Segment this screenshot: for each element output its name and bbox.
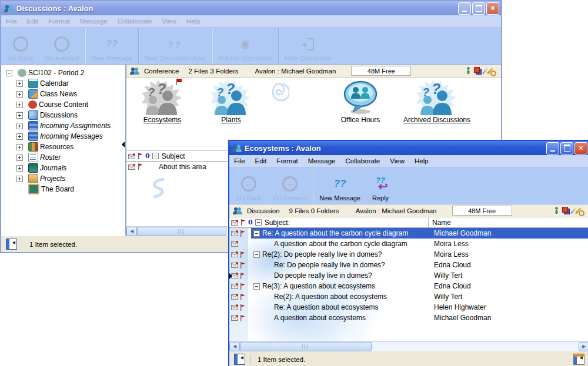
- conference-icon: [130, 67, 139, 75]
- swirl-watermark: [269, 82, 289, 102]
- ecosystems-titlebar[interactable]: Ecosystems : Avalon ×: [229, 141, 588, 155]
- minimize-button[interactable]: [546, 142, 559, 155]
- menu-item[interactable]: Edit: [255, 157, 267, 164]
- tree-item[interactable]: Projects: [1, 173, 125, 184]
- message-row[interactable]: Re(2): Do people really live in domes? M…: [229, 249, 588, 260]
- tree-item[interactable]: Incoming Assignments: [1, 120, 125, 131]
- menu-item[interactable]: File: [234, 157, 245, 164]
- toolbar-label: Hide Discussion: [285, 55, 331, 62]
- menu-item[interactable]: Message: [80, 18, 108, 25]
- horizontal-scrollbar[interactable]: ◀ ▶: [229, 341, 588, 351]
- menu-item[interactable]: Help: [415, 157, 429, 164]
- tree-item[interactable]: Calendar: [1, 78, 125, 89]
- conference-area-icon[interactable]: ? ?: [127, 80, 198, 124]
- menu-item[interactable]: File: [6, 18, 17, 25]
- toolbar-button[interactable]: Go Back: [230, 167, 267, 204]
- toolbar-button[interactable]: Reply: [366, 167, 395, 204]
- conference-area-icon[interactable]: ? ?: [196, 80, 266, 124]
- expand-box[interactable]: [16, 165, 23, 172]
- tree-item[interactable]: Course Content: [1, 99, 125, 110]
- tree-item[interactable]: Incoming Messages: [1, 131, 125, 142]
- conference-infobar: Conference 2 Files 3 Folders Avalon : Mi…: [126, 65, 501, 78]
- scroll-left-arrow[interactable]: ◀: [229, 342, 240, 351]
- tree-item-label: Journals: [40, 164, 66, 172]
- splitter-collapse-arrow[interactable]: [119, 142, 125, 147]
- expand-box[interactable]: [16, 102, 23, 108]
- message-row[interactable]: A question about the carbon cycle diagra…: [229, 239, 588, 249]
- conference-area-icon[interactable]: ? ?: [396, 80, 478, 124]
- subject-column-header[interactable]: 0 Subject:: [229, 217, 428, 227]
- expand-box[interactable]: [16, 176, 23, 182]
- tree-item[interactable]: Journals: [1, 163, 125, 173]
- expand-box[interactable]: [16, 80, 23, 87]
- folder-icon: [28, 163, 38, 173]
- maximize-button[interactable]: [472, 2, 485, 15]
- window-title: Ecosystems : Avalon: [245, 144, 321, 153]
- scrollbar-thumb[interactable]: [137, 227, 226, 236]
- toolbar-button[interactable]: New Message: [85, 28, 138, 64]
- split-view-icon[interactable]: [6, 239, 17, 250]
- scrollbar-thumb[interactable]: [240, 342, 372, 351]
- menu-item[interactable]: Format: [48, 18, 69, 25]
- message-subject: A question about the carbon cycle diagra…: [274, 240, 407, 248]
- message-row[interactable]: Re: Do people really live in domes? Edna…: [229, 260, 588, 270]
- splitter-collapse-arrow[interactable]: [229, 273, 235, 279]
- tree-item-label: Projects: [40, 174, 65, 183]
- message-row[interactable]: Re(3): A question about ecosystems Edna …: [229, 281, 588, 291]
- scroll-right-arrow[interactable]: ▶: [579, 342, 588, 351]
- message-row[interactable]: Re: A question about ecosystems Helen Hi…: [229, 302, 588, 313]
- menu-item[interactable]: Help: [186, 18, 201, 25]
- expand-box[interactable]: [16, 144, 23, 150]
- tree-item[interactable]: Discussions: [1, 110, 125, 120]
- collapse-all-box[interactable]: [255, 219, 262, 226]
- tree-item[interactable]: Resources: [1, 142, 125, 152]
- tree-item[interactable]: Class News: [1, 89, 125, 99]
- expand-box[interactable]: [16, 133, 23, 140]
- conference-area-icon[interactable]: ? ?: [325, 80, 396, 124]
- close-button[interactable]: ×: [574, 142, 587, 155]
- tree-item[interactable]: The Board: [1, 184, 125, 194]
- discussions-titlebar[interactable]: Discussions : Avalon ×: [1, 1, 501, 15]
- menu-item[interactable]: Collaborate: [117, 18, 152, 25]
- thread-collapse-box[interactable]: [253, 230, 260, 237]
- message-subject: Re: A question about ecosystems: [274, 303, 378, 311]
- toolbar-button[interactable]: Hide Discussion: [278, 28, 337, 64]
- menu-item[interactable]: Collaborate: [345, 157, 380, 164]
- menu-item[interactable]: Edit: [27, 18, 39, 25]
- expand-box[interactable]: [16, 112, 23, 119]
- toolbar-button[interactable]: Go Forward: [39, 28, 85, 64]
- message-row[interactable]: Re(2): A question about ecosystems Willy…: [229, 291, 588, 302]
- menu-item[interactable]: View: [390, 157, 405, 164]
- message-row[interactable]: Do people really live in domes? Willy Te…: [229, 270, 588, 281]
- scroll-left-arrow[interactable]: ◀: [126, 227, 137, 236]
- expand-box[interactable]: [16, 123, 23, 129]
- menu-item[interactable]: View: [162, 18, 176, 25]
- tree-item-label: Incoming Assignments: [40, 122, 111, 130]
- menu-item[interactable]: Message: [308, 157, 336, 164]
- name-column-header[interactable]: Name: [428, 217, 588, 227]
- message-row[interactable]: Re: A question about the carbon cycle di…: [229, 228, 588, 239]
- collapse-box[interactable]: [6, 70, 12, 76]
- menu-item[interactable]: Format: [276, 157, 298, 164]
- view-options-icon[interactable]: [573, 354, 584, 365]
- minimize-button[interactable]: [458, 2, 471, 15]
- toolbar-button[interactable]: Publish Discussion: [212, 28, 278, 64]
- thread-collapse-box[interactable]: [253, 283, 260, 290]
- toolbar-label: Go Back: [236, 194, 261, 202]
- split-view-icon[interactable]: [234, 354, 245, 365]
- thread-collapse-box[interactable]: [253, 251, 260, 258]
- expand-box[interactable]: [16, 155, 23, 161]
- toolbar-button[interactable]: Go Forward: [267, 167, 313, 204]
- toolbar-button[interactable]: Go Back: [2, 28, 39, 64]
- tree-item[interactable]: Roster: [1, 152, 125, 163]
- folder-icon: [28, 89, 38, 99]
- close-button[interactable]: ×: [486, 2, 499, 15]
- expand-box[interactable]: [16, 91, 23, 98]
- toolbar-button[interactable]: New Discussion Area: [138, 28, 212, 64]
- tree-root-item[interactable]: SCI102 - Period 2: [1, 68, 125, 78]
- message-row[interactable]: A question about ecosystems Michael Good…: [229, 313, 588, 323]
- toolbar-button[interactable]: New Message: [313, 167, 366, 204]
- toolbar-icon: [334, 174, 346, 193]
- maximize-button[interactable]: [560, 142, 573, 155]
- collapse-all-box[interactable]: [152, 153, 159, 159]
